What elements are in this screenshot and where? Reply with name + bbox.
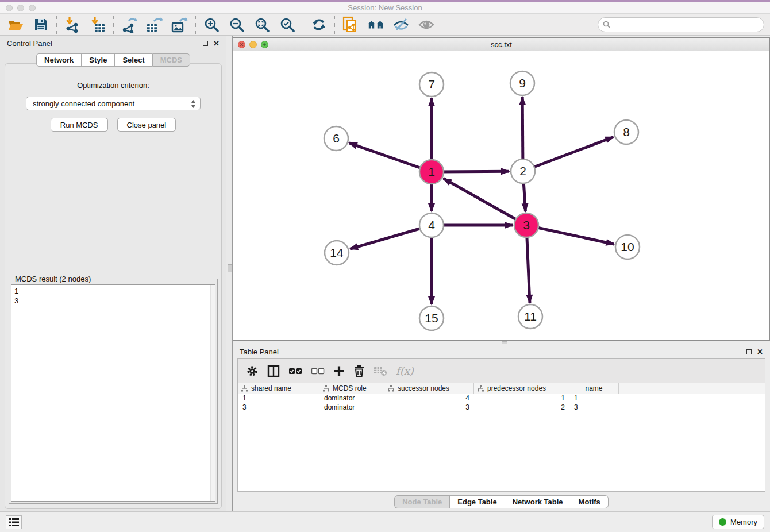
first-neighbors-icon[interactable] [367, 17, 384, 33]
edge-3-1[interactable] [444, 179, 526, 225]
export-network-icon[interactable] [121, 17, 138, 33]
column-header-name[interactable]: name [569, 383, 619, 394]
table-row[interactable]: 3dominator323 [238, 403, 765, 413]
select-all-icon[interactable] [288, 367, 302, 375]
node-label-4: 4 [428, 218, 435, 232]
splitter-grip[interactable] [502, 341, 507, 344]
zoom-selected-icon[interactable] [279, 17, 296, 33]
search-input[interactable] [598, 17, 764, 32]
table-row[interactable]: 1dominator411 [238, 394, 765, 403]
cell-shared-name[interactable]: 1 [238, 394, 319, 403]
show-graphics-details-icon[interactable] [418, 17, 435, 33]
tab-motifs[interactable]: Motifs [571, 495, 609, 508]
deselect-all-icon[interactable] [311, 367, 325, 375]
tab-style[interactable]: Style [81, 53, 114, 67]
column-header-mcds-role[interactable]: MCDS role [319, 383, 384, 394]
delete-column-icon[interactable] [353, 365, 365, 377]
zoom-in-icon[interactable] [203, 17, 220, 33]
search-icon [603, 21, 610, 28]
window-titlebar: Session: New Session [0, 0, 770, 14]
open-folder-icon[interactable] [7, 17, 24, 33]
result-scrollbar[interactable] [210, 285, 215, 501]
cell-predecessor-nodes[interactable]: 2 [474, 403, 569, 413]
tab-network[interactable]: Network [36, 53, 81, 67]
network-graph: 7968124314101511 [233, 52, 769, 341]
zoom-fit-icon[interactable] [253, 17, 271, 33]
cell-mcds-role[interactable]: dominator [319, 394, 384, 403]
add-column-icon[interactable] [333, 365, 345, 377]
edge-1-6[interactable] [349, 143, 432, 172]
float-panel-icon[interactable] [203, 41, 208, 46]
right-column: ✕ – + scc.txt 79681243141015 [233, 36, 770, 511]
cell-successor-nodes[interactable]: 4 [384, 394, 474, 403]
window-accent-strip [0, 0, 770, 2]
destroy-table-icon [374, 365, 387, 377]
column-header-shared-name[interactable]: shared name [238, 383, 319, 394]
close-panel-icon[interactable]: ✕ [757, 348, 763, 356]
network-title: scc.txt [233, 40, 769, 49]
criterion-select[interactable]: strongly connected component [26, 97, 201, 110]
horizontal-splitter[interactable] [233, 341, 770, 345]
cell-successor-nodes[interactable]: 3 [384, 403, 474, 413]
criterion-value: strongly connected component [33, 99, 134, 108]
table-panel: Table Panel ✕ [233, 345, 770, 511]
clone-network-icon[interactable] [342, 17, 359, 33]
vertical-splitter[interactable] [226, 36, 233, 511]
cell-shared-name[interactable]: 3 [238, 403, 319, 413]
mcds-result-group: MCDS result (2 nodes) 1 3 [9, 279, 218, 504]
close-panel-icon[interactable]: ✕ [213, 40, 220, 47]
cell-name[interactable]: 1 [569, 394, 619, 403]
mcds-result-text[interactable]: 1 3 [11, 284, 215, 502]
tab-edge-table[interactable]: Edge Table [449, 495, 504, 508]
node-table-box: f(x) shared nameMCDS rolesuccessor nodes… [237, 358, 765, 492]
column-header-predecessor-nodes[interactable]: predecessor nodes [474, 383, 569, 394]
mcds-panel: Optimization criterion: strongly connect… [5, 63, 222, 509]
memory-status-icon [719, 518, 726, 526]
node-label-3: 3 [523, 218, 530, 232]
hierarchy-icon [388, 385, 394, 392]
tab-mcds[interactable]: MCDS [152, 53, 190, 67]
network-canvas[interactable]: 7968124314101511 [233, 52, 769, 340]
column-layout-icon[interactable] [267, 365, 280, 377]
close-panel-button[interactable]: Close panel [117, 118, 176, 132]
export-image-icon[interactable] [171, 17, 188, 33]
table-panel-title: Table Panel [240, 348, 279, 356]
import-network-icon[interactable] [64, 17, 81, 33]
select-stepper-icon [191, 99, 196, 110]
cell-predecessor-nodes[interactable]: 1 [474, 394, 569, 403]
control-panel: Control Panel ✕ NetworkStyleSelectMCDS O… [0, 36, 226, 511]
status-bar: Memory [0, 511, 770, 532]
cell-mcds-role[interactable]: dominator [319, 403, 384, 413]
hide-panels-icon[interactable] [392, 17, 410, 33]
apply-function-icon: f(x) [396, 365, 414, 377]
zoom-out-icon[interactable] [228, 17, 245, 33]
tab-network-table[interactable]: Network Table [505, 495, 571, 508]
task-history-button[interactable] [6, 515, 22, 529]
network-window: ✕ – + scc.txt 79681243141015 [233, 37, 770, 341]
refresh-layout-icon[interactable] [310, 17, 328, 33]
export-table-icon[interactable] [146, 17, 163, 33]
run-mcds-button[interactable]: Run MCDS [51, 118, 108, 132]
cell-name[interactable]: 3 [569, 403, 619, 413]
edge-3-10[interactable] [526, 225, 614, 244]
node-label-14: 14 [330, 246, 344, 259]
node-label-9: 9 [519, 76, 526, 90]
control-panel-title: Control Panel [7, 39, 52, 48]
column-header-successor-nodes[interactable]: successor nodes [384, 383, 474, 394]
node-label-2: 2 [519, 164, 526, 178]
memory-label: Memory [730, 518, 757, 526]
node-label-11: 11 [524, 310, 537, 323]
mcds-result-title: MCDS result (2 nodes) [13, 275, 93, 283]
splitter-grip[interactable] [228, 264, 232, 272]
tab-node-table[interactable]: Node Table [394, 495, 449, 508]
float-panel-icon[interactable] [746, 349, 752, 354]
import-table-icon[interactable] [89, 17, 106, 33]
memory-button[interactable]: Memory [712, 515, 764, 529]
edge-2-8[interactable] [523, 137, 614, 171]
table-settings-icon[interactable] [246, 365, 259, 377]
application-window: Session: New Session [0, 0, 770, 532]
node-label-15: 15 [425, 311, 438, 325]
node-label-6: 6 [333, 132, 340, 145]
tab-select[interactable]: Select [114, 53, 152, 67]
save-icon[interactable] [32, 17, 49, 33]
